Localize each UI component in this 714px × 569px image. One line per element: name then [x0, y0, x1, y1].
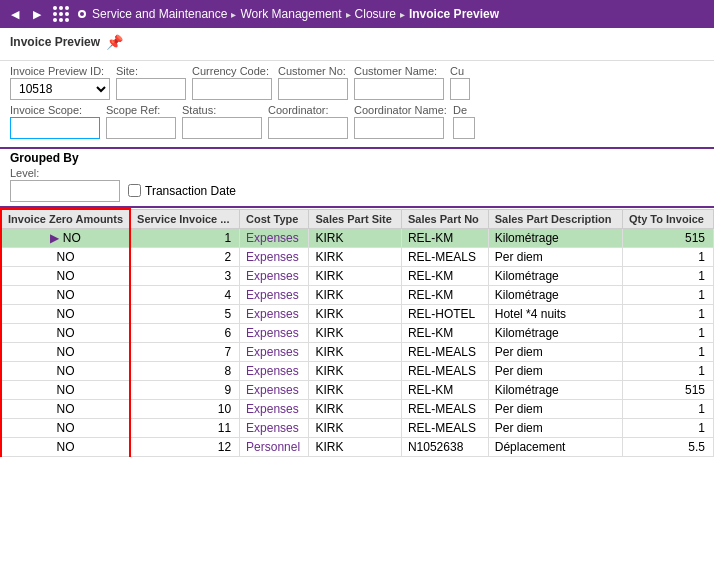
- invoice-table: Invoice Zero Amounts Service Invoice ...…: [0, 208, 714, 457]
- de-field: De 25: [453, 104, 475, 139]
- col-cost-type: Expenses: [240, 229, 309, 248]
- col-service-invoice: 2: [130, 248, 239, 267]
- coordinator-field: Coordinator:: [268, 104, 348, 139]
- col-service-invoice: 12: [130, 438, 239, 457]
- col-service-invoice: 9: [130, 381, 239, 400]
- table-row[interactable]: NO5ExpensesKIRKREL-HOTELHotel *4 nuits1: [1, 305, 714, 324]
- table-row[interactable]: NO7ExpensesKIRKREL-MEALSPer diem1: [1, 343, 714, 362]
- col-sales-part-no: REL-KM: [401, 381, 488, 400]
- home-button[interactable]: [78, 10, 86, 18]
- currency-code-label: Currency Code:: [192, 65, 272, 77]
- col-sales-part-site: KIRK: [309, 286, 402, 305]
- col-header-qty: Qty To Invoice: [622, 209, 713, 229]
- col-service-invoice: 8: [130, 362, 239, 381]
- col-sales-part-desc: Kilométrage: [488, 229, 622, 248]
- table-row[interactable]: NO9ExpensesKIRKREL-KMKilométrage515: [1, 381, 714, 400]
- col-service-invoice: 7: [130, 343, 239, 362]
- level-input[interactable]: Work Order: [10, 180, 120, 202]
- forward-button[interactable]: ▶: [28, 5, 46, 23]
- customer-name-input[interactable]: [354, 78, 444, 100]
- cu-input[interactable]: X: [450, 78, 470, 100]
- table-row[interactable]: NO10ExpensesKIRKREL-MEALSPer diem1: [1, 400, 714, 419]
- col-service-invoice: 11: [130, 419, 239, 438]
- col-service-invoice: 3: [130, 267, 239, 286]
- col-zero-amounts: NO: [1, 343, 130, 362]
- currency-code-field: Currency Code: CAD: [192, 65, 272, 100]
- col-sales-part-desc: Per diem: [488, 362, 622, 381]
- navigation-bar: ◀ ▶ Service and Maintenance ▸ Work Manag…: [0, 0, 714, 28]
- apps-menu[interactable]: [50, 3, 72, 25]
- col-sales-part-desc: Kilométrage: [488, 267, 622, 286]
- col-cost-type: Expenses: [240, 248, 309, 267]
- site-input[interactable]: KIRK: [116, 78, 186, 100]
- col-sales-part-site: KIRK: [309, 267, 402, 286]
- breadcrumb-item-2[interactable]: Work Management: [240, 7, 341, 21]
- col-cost-type: Expenses: [240, 362, 309, 381]
- col-zero-amounts: NO: [1, 419, 130, 438]
- invoice-preview-id-select[interactable]: 10518: [10, 78, 110, 100]
- coordinator-name-field: Coordinator Name:: [354, 104, 447, 139]
- col-sales-part-no: REL-KM: [401, 229, 488, 248]
- transaction-date-group: Transaction Date: [128, 184, 236, 198]
- col-qty: 515: [622, 381, 713, 400]
- page-header: Invoice Preview 📌: [0, 28, 714, 61]
- col-sales-part-no: REL-MEALS: [401, 248, 488, 267]
- col-sales-part-site: KIRK: [309, 419, 402, 438]
- pin-icon[interactable]: 📌: [106, 34, 123, 50]
- customer-no-input[interactable]: 65598: [278, 78, 348, 100]
- table-row[interactable]: NO3ExpensesKIRKREL-KMKilométrage1: [1, 267, 714, 286]
- col-sales-part-desc: Per diem: [488, 419, 622, 438]
- col-header-cost-type: Cost Type: [240, 209, 309, 229]
- status-field: Status: Approved: [182, 104, 262, 139]
- coordinator-name-label: Coordinator Name:: [354, 104, 447, 116]
- table-row[interactable]: NO8ExpensesKIRKREL-MEALSPer diem1: [1, 362, 714, 381]
- table-row[interactable]: NO11ExpensesKIRKREL-MEALSPer diem1: [1, 419, 714, 438]
- de-input[interactable]: 25: [453, 117, 475, 139]
- scope-ref-label: Scope Ref:: [106, 104, 176, 116]
- col-sales-part-desc: Kilométrage: [488, 286, 622, 305]
- table-row[interactable]: NO6ExpensesKIRKREL-KMKilométrage1: [1, 324, 714, 343]
- col-zero-amounts: NO: [1, 381, 130, 400]
- breadcrumb-item-1[interactable]: Service and Maintenance: [92, 7, 227, 21]
- table-row[interactable]: NO2ExpensesKIRKREL-MEALSPer diem1: [1, 248, 714, 267]
- coordinator-name-input[interactable]: [354, 117, 444, 139]
- level-field: Level: Work Order: [10, 167, 120, 202]
- col-sales-part-no: REL-MEALS: [401, 419, 488, 438]
- col-cost-type: Expenses: [240, 343, 309, 362]
- invoice-scope-input[interactable]: Work Order: [10, 117, 100, 139]
- back-button[interactable]: ◀: [6, 5, 24, 23]
- coordinator-label: Coordinator:: [268, 104, 348, 116]
- col-zero-amounts: NO: [1, 267, 130, 286]
- status-input[interactable]: Approved: [182, 117, 262, 139]
- col-zero-amounts: ▶ NO: [1, 229, 130, 248]
- table-row[interactable]: NO12PersonnelKIRKN1052638Déplacement5.5: [1, 438, 714, 457]
- scope-ref-input[interactable]: 19505: [106, 117, 176, 139]
- col-zero-amounts: NO: [1, 400, 130, 419]
- form-row-2: Invoice Scope: Work Order Scope Ref: 195…: [10, 104, 704, 139]
- currency-code-input[interactable]: CAD: [192, 78, 272, 100]
- table-row[interactable]: NO4ExpensesKIRKREL-KMKilométrage1: [1, 286, 714, 305]
- invoice-scope-field: Invoice Scope: Work Order: [10, 104, 100, 139]
- col-service-invoice: 4: [130, 286, 239, 305]
- table-header-row: Invoice Zero Amounts Service Invoice ...…: [1, 209, 714, 229]
- col-sales-part-desc: Kilométrage: [488, 381, 622, 400]
- scope-ref-field: Scope Ref: 19505: [106, 104, 176, 139]
- transaction-date-checkbox[interactable]: [128, 184, 141, 197]
- col-sales-part-desc: Per diem: [488, 343, 622, 362]
- table-body: ▶ NO1ExpensesKIRKREL-KMKilométrage515NO2…: [1, 229, 714, 457]
- col-cost-type: Expenses: [240, 400, 309, 419]
- site-field: Site: KIRK: [116, 65, 186, 100]
- grouped-by-row: Level: Work Order Transaction Date: [10, 167, 704, 202]
- invoice-preview-id-label: Invoice Preview ID:: [10, 65, 110, 77]
- form-area: Invoice Preview ID: 10518 Site: KIRK Cur…: [0, 61, 714, 149]
- coordinator-input[interactable]: [268, 117, 348, 139]
- col-sales-part-site: KIRK: [309, 229, 402, 248]
- breadcrumb-item-3[interactable]: Closure: [355, 7, 396, 21]
- col-sales-part-site: KIRK: [309, 324, 402, 343]
- customer-no-label: Customer No:: [278, 65, 348, 77]
- col-zero-amounts: NO: [1, 438, 130, 457]
- col-service-invoice: 10: [130, 400, 239, 419]
- col-qty: 1: [622, 324, 713, 343]
- table-row[interactable]: ▶ NO1ExpensesKIRKREL-KMKilométrage515: [1, 229, 714, 248]
- col-qty: 1: [622, 305, 713, 324]
